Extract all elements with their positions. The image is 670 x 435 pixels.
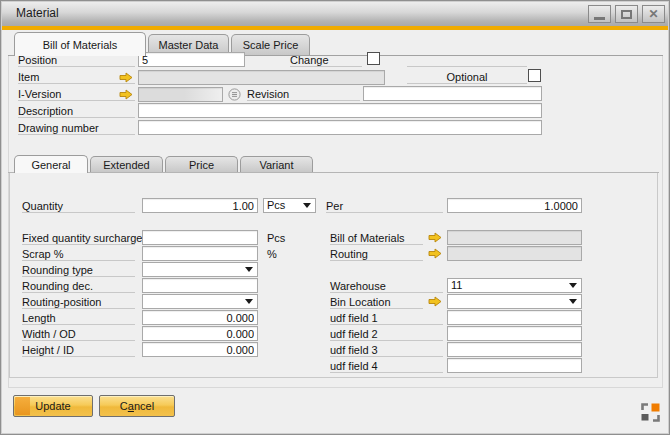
bom-input xyxy=(447,230,582,245)
accent-bar xyxy=(1,26,669,30)
length-label: Length xyxy=(22,311,135,325)
quantity-input[interactable] xyxy=(142,198,258,213)
routing-label: Routing xyxy=(330,247,423,261)
default-button-indicator xyxy=(15,397,30,415)
surcharge-unit-label: Pcs xyxy=(267,231,297,245)
tab-bill-of-materials[interactable]: Bill of Materials xyxy=(14,32,146,56)
routing-link-arrow-icon[interactable] xyxy=(428,248,442,259)
routing-position-dropdown[interactable] xyxy=(142,294,258,309)
chevron-down-icon xyxy=(245,267,253,272)
drawing-number-input[interactable] xyxy=(138,120,542,135)
udf-field-2-label: udf field 2 xyxy=(330,327,443,341)
routing-position-label: Routing-position xyxy=(22,295,135,309)
change-checkbox[interactable] xyxy=(367,52,380,65)
height-id-label: Height / ID xyxy=(22,343,135,357)
scrap-label: Scrap % xyxy=(22,247,135,261)
warehouse-label: Warehouse xyxy=(330,279,443,293)
window-titlebar[interactable]: Material ✕ xyxy=(1,1,669,26)
window-controls: ✕ xyxy=(588,5,665,23)
udf-field-4-input[interactable] xyxy=(447,358,582,373)
udf-field-1-label: udf field 1 xyxy=(330,311,443,325)
form-resize-icon[interactable] xyxy=(641,403,660,422)
length-input[interactable] xyxy=(142,310,258,325)
optional-checkbox[interactable] xyxy=(528,69,541,82)
revision-label: Revision xyxy=(247,87,360,101)
udf-field-1-input[interactable] xyxy=(447,310,582,325)
udf-field-3-input[interactable] xyxy=(447,342,582,357)
fixed-surcharge-label: Fixed quantity surcharge xyxy=(22,231,135,245)
revision-input[interactable] xyxy=(363,86,542,101)
cancel-button[interactable]: Cancel xyxy=(99,395,175,417)
window-title: Material xyxy=(16,6,59,20)
close-button[interactable]: ✕ xyxy=(642,5,665,23)
udf-field-3-label: udf field 3 xyxy=(330,343,443,357)
per-label: Per xyxy=(326,199,443,213)
item-input xyxy=(138,70,385,85)
scrap-unit-label: % xyxy=(267,247,297,261)
inner-tab-strip: General Extended Price Variant xyxy=(8,154,659,173)
routing-input xyxy=(447,246,582,261)
bom-label: Bill of Materials xyxy=(330,231,423,245)
item-link-arrow-icon[interactable] xyxy=(119,72,133,83)
tab-general[interactable]: General xyxy=(14,155,88,173)
position-input[interactable] xyxy=(138,52,245,67)
udf-field-2-input[interactable] xyxy=(447,326,582,341)
description-label: Description xyxy=(18,104,135,118)
maximize-icon xyxy=(621,10,632,19)
tab-price[interactable]: Price xyxy=(165,156,238,172)
fixed-surcharge-input[interactable] xyxy=(142,230,258,245)
update-button[interactable]: Update xyxy=(13,395,93,417)
scrap-input[interactable] xyxy=(142,246,258,261)
uom-dropdown[interactable]: Pcs xyxy=(263,198,316,213)
bin-location-dropdown[interactable] xyxy=(447,294,582,309)
item-label: Item xyxy=(18,70,135,84)
bin-location-label: Bin Location xyxy=(330,295,423,309)
change-label: Change xyxy=(290,53,362,67)
close-icon: ✕ xyxy=(648,6,658,22)
chevron-down-icon xyxy=(303,203,311,208)
rounding-dec-label: Rounding dec. xyxy=(22,279,135,293)
per-input[interactable] xyxy=(447,198,582,213)
description-input[interactable] xyxy=(138,103,542,118)
iversion-link-arrow-icon[interactable] xyxy=(119,89,133,100)
iversion-label: I-Version xyxy=(18,87,135,101)
rounding-type-label: Rounding type xyxy=(22,263,135,277)
minimize-icon xyxy=(594,17,605,20)
material-window: Material ✕ Bill of Materials Master Data… xyxy=(0,0,670,435)
chevron-down-icon xyxy=(569,299,577,304)
iversion-input xyxy=(138,87,223,102)
rounding-type-dropdown[interactable] xyxy=(142,262,258,277)
chevron-down-icon xyxy=(245,299,253,304)
minimize-button[interactable] xyxy=(588,5,611,23)
quantity-label: Quantity xyxy=(22,199,135,213)
width-od-label: Width / OD xyxy=(22,327,135,341)
udf-field-4-label: udf field 4 xyxy=(330,359,443,373)
drawing-number-label: Drawing number xyxy=(18,121,135,135)
rounding-dec-input[interactable] xyxy=(142,278,258,293)
label-underline-filler xyxy=(407,53,527,67)
chevron-down-icon xyxy=(569,283,577,288)
warehouse-dropdown[interactable]: 11 xyxy=(447,278,582,293)
maximize-button[interactable] xyxy=(615,5,638,23)
height-id-input[interactable] xyxy=(142,342,258,357)
choose-from-list-icon[interactable] xyxy=(228,88,241,101)
optional-label: Optional xyxy=(407,70,527,84)
width-od-input[interactable] xyxy=(142,326,258,341)
tab-variant[interactable]: Variant xyxy=(240,156,313,172)
bin-location-link-arrow-icon[interactable] xyxy=(428,296,442,307)
tab-extended[interactable]: Extended xyxy=(90,156,163,172)
bom-link-arrow-icon[interactable] xyxy=(428,232,442,243)
